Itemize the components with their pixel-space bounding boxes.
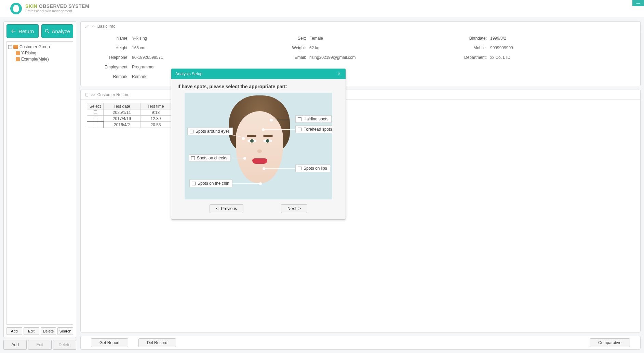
app-titlebar: SKIN OBSERVED SYSTEM Professional skin m… xyxy=(0,0,644,17)
close-icon[interactable]: × xyxy=(336,71,342,77)
magnifier-icon xyxy=(44,28,50,34)
del-record-button[interactable]: Del Record xyxy=(138,338,176,347)
tree-item-yrising[interactable]: Y-Rising xyxy=(16,50,71,56)
tree-add-button[interactable]: Add xyxy=(6,327,22,335)
analysis-setup-dialog: Analysis Setup × If have spots, please s… xyxy=(171,68,346,220)
row-select-checkbox[interactable] xyxy=(87,109,104,116)
telephone-value: 86-18926598571 xyxy=(132,55,163,60)
department-value: xx Co. LTD xyxy=(490,55,510,60)
customer-record-header: >> Customer Record xyxy=(81,90,640,100)
tree-toolbar: Add Edit Delete Search xyxy=(6,327,73,335)
customer-record-card: >> Customer Record Select Test date Test… xyxy=(80,90,641,332)
name-value: Y-Rising xyxy=(132,36,147,41)
window-minimize-button[interactable]: — xyxy=(632,0,644,6)
file-icon xyxy=(85,93,89,97)
basic-info-card: >> Basic Info Name:Y-Rising Sex:Female B… xyxy=(80,21,641,86)
weight-value: 62 kg xyxy=(309,45,319,50)
tree-edit-button[interactable]: Edit xyxy=(24,327,39,335)
col-date: Test date xyxy=(104,103,140,109)
spots-on-cheeks-checkbox[interactable]: Spots on cheeks xyxy=(189,154,230,162)
remark-value: Remark xyxy=(132,74,146,79)
customer-record-title: Customer Record xyxy=(97,92,130,97)
return-button[interactable]: Return xyxy=(6,24,39,38)
height-value: 165 cm xyxy=(132,45,145,50)
record-actions-bar: Get Report Del Record Comparative xyxy=(80,336,641,350)
sidebar-add-button[interactable]: Add xyxy=(3,340,27,350)
row-select-checkbox[interactable] xyxy=(87,122,104,128)
spots-on-chin-checkbox[interactable]: Spots on the chin xyxy=(189,180,232,187)
sidebar-bottom-toolbar: Add Edit Delete xyxy=(3,340,76,350)
person-icon xyxy=(16,51,20,55)
forehead-spots-checkbox[interactable]: Forehead spots xyxy=(295,126,332,133)
basic-info-header: >> Basic Info xyxy=(81,22,640,31)
tree-root[interactable]: − Customer Group xyxy=(8,44,71,50)
app-logo-icon xyxy=(10,3,22,14)
dialog-prompt: If have spots, please select the appropr… xyxy=(177,84,339,89)
table-row[interactable]: 2016/4/220:53 xyxy=(87,122,171,128)
spots-on-lips-checkbox[interactable]: Spots on lips xyxy=(295,165,330,172)
table-row[interactable]: 2025/1/119:13 xyxy=(87,109,171,116)
previous-button[interactable]: <- Previous xyxy=(210,204,243,213)
tree-search-button[interactable]: Search xyxy=(57,327,73,335)
app-logo-text: SKIN OBSERVED SYSTEM Professional skin m… xyxy=(25,3,89,13)
hairline-spots-checkbox[interactable]: Hairline spots xyxy=(295,115,332,123)
return-icon xyxy=(11,28,16,34)
get-report-button[interactable]: Get Report xyxy=(91,338,128,347)
row-select-checkbox[interactable] xyxy=(87,116,104,122)
dialog-titlebar[interactable]: Analysis Setup × xyxy=(171,69,346,79)
birthdate-value: 1999/8/2 xyxy=(490,36,506,41)
window-controls: — xyxy=(632,0,644,6)
col-select: Select xyxy=(87,103,104,109)
record-table: Select Test date Test time 2025/1/119:13… xyxy=(87,103,171,128)
group-icon xyxy=(13,45,18,49)
sidebar-delete-button[interactable]: Delete xyxy=(53,340,76,350)
svg-point-0 xyxy=(45,29,48,32)
comparative-button[interactable]: Comparative xyxy=(590,338,630,347)
col-time: Test time xyxy=(140,103,171,109)
edit-icon xyxy=(85,24,89,28)
tree-delete-button[interactable]: Delete xyxy=(41,327,56,335)
mobile-value: 9999999999 xyxy=(490,45,513,50)
basic-info-title: Basic Info xyxy=(97,24,116,29)
person-icon xyxy=(16,57,20,61)
table-row[interactable]: 2017/4/1912:39 xyxy=(87,116,171,122)
sex-value: Female xyxy=(309,36,323,41)
next-button[interactable]: Next -> xyxy=(281,204,307,213)
spots-around-eyes-checkbox[interactable]: Spots around eyes xyxy=(187,128,233,135)
customer-tree[interactable]: − Customer Group Y-Rising Example(Male) xyxy=(6,41,73,325)
sidebar-edit-button[interactable]: Edit xyxy=(28,340,51,350)
collapse-icon[interactable]: − xyxy=(8,45,12,49)
employment-value: Programmer xyxy=(132,65,155,69)
face-diagram: Hairline spots Forehead spots Spots arou… xyxy=(185,93,332,199)
analyze-button[interactable]: Analyze xyxy=(41,24,73,38)
tree-item-example[interactable]: Example(Male) xyxy=(16,56,71,62)
svg-rect-1 xyxy=(86,93,88,96)
email-value: rising202199@gmail.com xyxy=(309,55,356,60)
